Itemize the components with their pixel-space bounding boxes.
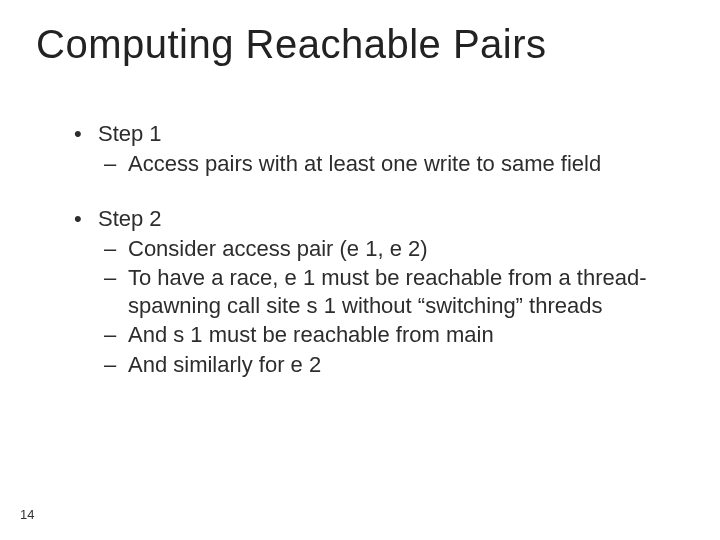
sub-text: To have a race, e 1 must be reachable fr… — [128, 265, 647, 318]
sub-text: And similarly for e 2 — [128, 352, 321, 377]
sub-item: Consider access pair (e 1, e 2) — [98, 235, 670, 263]
sub-item: And s 1 must be reachable from main — [98, 321, 670, 349]
sub-item: And similarly for e 2 — [98, 351, 670, 379]
slide: Computing Reachable Pairs Step 1 Access … — [0, 0, 720, 540]
sub-text: Consider access pair (e 1, e 2) — [128, 236, 428, 261]
bullet-step-1: Step 1 Access pairs with at least one wr… — [68, 120, 670, 177]
slide-body: Step 1 Access pairs with at least one wr… — [68, 120, 670, 406]
sub-text: And s 1 must be reachable from main — [128, 322, 494, 347]
bullet-list: Step 1 Access pairs with at least one wr… — [68, 120, 670, 378]
page-number: 14 — [20, 507, 34, 522]
sub-text: Access pairs with at least one write to … — [128, 151, 601, 176]
slide-title: Computing Reachable Pairs — [36, 22, 700, 67]
bullet-step-2: Step 2 Consider access pair (e 1, e 2) T… — [68, 205, 670, 378]
sub-item: To have a race, e 1 must be reachable fr… — [98, 264, 670, 319]
sub-item: Access pairs with at least one write to … — [98, 150, 670, 178]
bullet-label: Step 1 — [98, 121, 162, 146]
sub-list: Access pairs with at least one write to … — [98, 150, 670, 178]
sub-list: Consider access pair (e 1, e 2) To have … — [98, 235, 670, 379]
bullet-label: Step 2 — [98, 206, 162, 231]
